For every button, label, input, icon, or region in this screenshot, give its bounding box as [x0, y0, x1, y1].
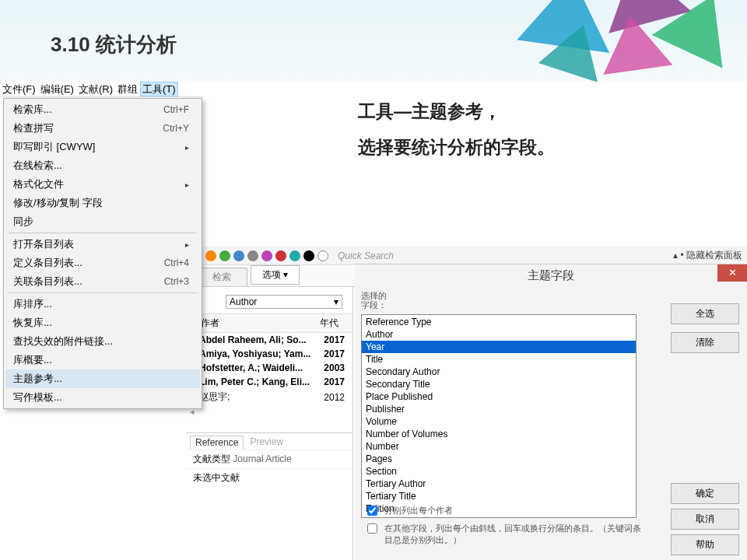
menu-item[interactable]: 修改/移动/复制 字段	[5, 194, 200, 212]
menu-tools[interactable]: 工具(T)	[140, 82, 178, 96]
menu-item[interactable]: 库概要...	[5, 351, 200, 369]
toolbar-icon[interactable]	[233, 250, 244, 261]
slide-header: 3.10 统计分析	[0, 0, 747, 82]
ref-row[interactable]: ●Abdel Raheem, Ali; So...2017	[187, 333, 352, 347]
field-option[interactable]: Volume	[362, 415, 636, 428]
toolbar-icon[interactable]	[275, 250, 286, 261]
dialog-options: 分别列出每个作者 在其他字段，列出每个由斜线，回车或换行分隔的条目。（关键词条目…	[364, 505, 644, 551]
tab-preview[interactable]: Preview	[245, 436, 288, 450]
tools-dropdown: 检索库...Ctrl+F检查拼写Ctrl+Y即写即引 [CWYW]▸在线检索..…	[3, 98, 202, 409]
ref-row[interactable]: ●Hofstetter, A.; Waideli...2003	[187, 361, 352, 375]
field-option[interactable]: Pages	[362, 453, 636, 465]
author-dropdown[interactable]: Author▾	[226, 295, 342, 309]
menu-item[interactable]: 同步	[5, 212, 200, 231]
select-all-button[interactable]: 全选	[671, 303, 739, 324]
menu-item[interactable]: 打开条目列表▸	[5, 235, 200, 254]
instruction-line2: 选择要统计分析的字段。	[358, 129, 555, 165]
instruction-text: 工具—主题参考， 选择要统计分析的字段。	[358, 93, 555, 165]
menu-item[interactable]: 在线检索...	[5, 156, 200, 175]
field-option[interactable]: Number of Volumes	[362, 428, 636, 440]
ref-row[interactable]: ●Amiya, Yoshiyasu; Yam...2017	[187, 347, 352, 361]
cancel-button[interactable]: 取消	[671, 509, 739, 530]
check-list-authors-label: 分别列出每个作者	[384, 505, 453, 516]
ref-row[interactable]: ●Lim, Peter C.; Kang, Eli...2017	[187, 375, 352, 389]
decorative-shapes	[451, 0, 747, 82]
toolbar-icon[interactable]	[303, 250, 314, 261]
field-option[interactable]: Place Published	[362, 390, 636, 403]
ref-type-row: 文献类型 Journal Article	[187, 450, 352, 468]
detail-tabs: Reference Preview	[187, 432, 352, 450]
help-button[interactable]: 帮助	[671, 534, 739, 555]
options-button[interactable]: 选项 ▾	[251, 265, 300, 285]
menu-item[interactable]: 主题参考...	[5, 369, 200, 388]
field-option[interactable]: Publisher	[362, 403, 636, 415]
instruction-line1: 工具—主题参考，	[358, 93, 555, 129]
menu-item[interactable]: 格式化文件▸	[5, 175, 200, 194]
field-option[interactable]: Secondary Author	[362, 366, 636, 378]
app-window: Quick Search ▴ • 隐藏检索面板 检索 选项 ▾ Author▾ …	[187, 247, 747, 560]
toolbar-icon[interactable]	[261, 250, 272, 261]
field-option[interactable]: Tertiary Title	[362, 490, 636, 502]
menu-groups[interactable]: 群组	[115, 82, 140, 96]
menu-item[interactable]: 检索库...Ctrl+F	[5, 100, 200, 119]
field-option[interactable]: Secondary Title	[362, 378, 636, 390]
field-option[interactable]: Section	[362, 465, 636, 478]
toolbar-icon[interactable]	[205, 250, 216, 261]
field-option[interactable]: Tertiary Author	[362, 478, 636, 490]
menu-item[interactable]: 查找失效的附件链接...	[5, 332, 200, 351]
menubar: 文件(F) 编辑(E) 文献(R) 群组 工具(T)	[0, 82, 204, 97]
field-list[interactable]: Reference TypeAuthorYearTitleSecondary A…	[361, 314, 637, 518]
close-button[interactable]: ✕	[717, 264, 747, 282]
col-year[interactable]: 年代	[312, 317, 346, 330]
field-option[interactable]: Title	[362, 353, 636, 366]
toolbar-icon[interactable]	[247, 250, 258, 261]
menu-item[interactable]: 库排序...	[5, 295, 200, 313]
menu-file[interactable]: 文件(F)	[0, 82, 38, 96]
field-select-label: 选择的字段：	[361, 291, 392, 310]
help-icon[interactable]	[317, 250, 328, 261]
menu-refs[interactable]: 文献(R)	[76, 82, 115, 96]
check-other-fields-label: 在其他字段，列出每个由斜线，回车或换行分隔的条目。（关键词条目总是分别列出。）	[384, 523, 644, 546]
ref-row[interactable]: ●赵思宇;2012	[187, 389, 352, 405]
menu-item[interactable]: 关联条目列表...Ctrl+3	[5, 272, 200, 291]
menu-item[interactable]: 即写即引 [CWYW]▸	[5, 138, 200, 156]
toolbar: Quick Search ▴ • 隐藏检索面板	[187, 247, 747, 265]
menu-item[interactable]: 定义条目列表...Ctrl+4	[5, 254, 200, 272]
menu-item[interactable]: 恢复库...	[5, 313, 200, 332]
ok-button[interactable]: 确定	[671, 483, 739, 504]
tab-reference[interactable]: Reference	[190, 436, 244, 450]
quick-search-input[interactable]: Quick Search	[338, 250, 447, 261]
tab-search[interactable]: 检索	[196, 268, 247, 286]
reference-pane: Author▾ 作者 年代 ●Abdel Raheem, Ali; So...2…	[187, 287, 353, 560]
field-option[interactable]: Year	[362, 341, 636, 353]
clear-button[interactable]: 清除	[671, 332, 739, 353]
no-cn-selected: 未选中文献	[187, 468, 352, 487]
check-list-authors[interactable]	[367, 506, 377, 516]
slide-title: 3.10 统计分析	[51, 31, 177, 58]
check-other-fields[interactable]	[367, 523, 377, 534]
field-option[interactable]: Author	[362, 328, 636, 341]
menu-edit[interactable]: 编辑(E)	[38, 82, 76, 96]
col-authors[interactable]: 作者	[193, 317, 312, 330]
hide-search-panel[interactable]: ▴ • 隐藏检索面板	[673, 249, 742, 262]
field-option[interactable]: Reference Type	[362, 316, 636, 328]
menu-item[interactable]: 写作模板...	[5, 388, 200, 407]
subject-fields-dialog: ✕ 主题字段 选择的字段： Reference TypeAuthorYearTi…	[355, 264, 747, 560]
field-option[interactable]: Number	[362, 440, 636, 453]
ref-list-header: 作者 年代	[187, 313, 352, 333]
dialog-title: 主题字段	[355, 264, 747, 287]
toolbar-icon[interactable]	[219, 250, 230, 261]
toolbar-icon[interactable]	[289, 250, 300, 261]
menu-item[interactable]: 检查拼写Ctrl+Y	[5, 119, 200, 138]
